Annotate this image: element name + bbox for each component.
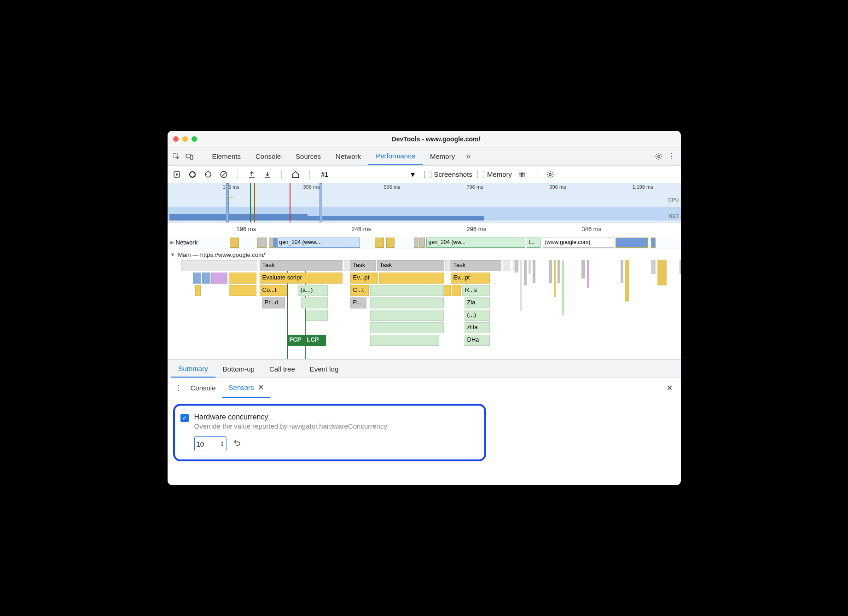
flame-block[interactable] <box>370 310 444 321</box>
network-block[interactable]: (www.google.com) <box>543 238 614 248</box>
flame-block[interactable] <box>301 297 328 308</box>
flame-block[interactable]: Zia <box>465 297 490 308</box>
upload-button[interactable] <box>246 169 257 180</box>
flame-block[interactable] <box>181 260 257 271</box>
record-circle-button[interactable] <box>187 169 198 180</box>
recording-dropdown[interactable]: #1▼ <box>318 169 419 180</box>
flame-block[interactable]: Co...t <box>260 285 287 296</box>
flame-block[interactable] <box>306 310 328 321</box>
flame-block[interactable]: (...) <box>465 310 490 321</box>
stepper-icon[interactable]: ▲▼ <box>221 441 224 447</box>
details-tab-event-log[interactable]: Event log <box>302 360 346 378</box>
network-block[interactable]: gen_204 (ww... <box>426 238 525 248</box>
drawer-more-icon[interactable]: ⋮ <box>173 383 184 394</box>
flame-block[interactable] <box>229 273 256 284</box>
details-tab-call-tree[interactable]: Call tree <box>262 360 302 378</box>
network-block[interactable] <box>616 238 648 248</box>
main-track-header[interactable]: ▼ Main — https://www.google.com/ <box>168 249 681 260</box>
detail-tick: 346 ms <box>582 226 602 232</box>
tab-network[interactable]: Network <box>328 147 368 165</box>
hc-enable-checkbox[interactable]: ✓ <box>180 414 189 422</box>
tab-performance[interactable]: Performance <box>368 147 423 165</box>
flame-block[interactable]: zHa <box>465 322 490 333</box>
details-tab-summary[interactable]: Summary <box>171 360 215 378</box>
memory-checkbox[interactable]: Memory <box>477 170 512 178</box>
flame-block[interactable]: Task <box>451 260 501 271</box>
drawer-tab-console[interactable]: Console <box>184 378 222 398</box>
minimize-button[interactable] <box>182 136 188 142</box>
network-track[interactable]: ▶ Network gen_204 (www.... gen_204 (ww..… <box>168 236 681 249</box>
network-block[interactable] <box>230 238 239 248</box>
garbage-collect-button[interactable] <box>517 169 528 180</box>
disclosure-triangle-icon[interactable]: ▶ <box>170 239 174 245</box>
network-block[interactable]: l... <box>527 238 540 248</box>
reload-button[interactable] <box>203 169 214 180</box>
flame-block[interactable]: R...s <box>462 285 490 296</box>
flame-block[interactable] <box>229 285 256 296</box>
flame-block[interactable] <box>344 260 349 271</box>
network-block[interactable] <box>375 238 384 248</box>
disclosure-triangle-icon[interactable]: ▼ <box>170 252 175 257</box>
close-tab-icon[interactable]: ✕ <box>258 383 264 392</box>
flame-block[interactable] <box>379 273 444 284</box>
network-block[interactable] <box>651 238 656 248</box>
home-button[interactable] <box>290 169 301 180</box>
flame-block[interactable] <box>202 273 210 284</box>
reset-icon[interactable] <box>233 439 241 449</box>
flame-block[interactable]: Task <box>377 260 444 271</box>
flame-block[interactable] <box>444 285 451 296</box>
more-menu-icon[interactable]: ⋮ <box>666 151 677 162</box>
flame-block[interactable] <box>445 260 451 271</box>
flame-block[interactable] <box>452 285 461 296</box>
overview-bracket-left[interactable] <box>226 183 229 222</box>
flame-block[interactable]: (a...) <box>298 285 328 296</box>
tabs-overflow[interactable]: » <box>462 151 474 161</box>
flame-chart[interactable]: Task Task Task Task Evaluate script Ev..… <box>168 260 681 359</box>
flame-block[interactable]: Ev...pt <box>451 273 490 284</box>
flame-block[interactable]: Pr...d <box>262 297 285 308</box>
performance-timeline[interactable]: 196 ms 396 ms 596 ms 796 ms 996 ms 1,196… <box>168 183 681 360</box>
network-block[interactable]: gen_204 (www.... <box>277 238 360 248</box>
network-block[interactable] <box>386 238 395 248</box>
tab-console[interactable]: Console <box>248 147 288 165</box>
network-block[interactable] <box>414 238 418 248</box>
screenshots-checkbox[interactable]: Screenshots <box>424 170 472 178</box>
flame-block[interactable]: Ev...pt <box>350 273 378 284</box>
network-block[interactable] <box>257 238 267 248</box>
tab-elements[interactable]: Elements <box>205 147 249 165</box>
zoom-button[interactable] <box>192 136 197 142</box>
flame-block[interactable] <box>211 273 227 284</box>
flame-block[interactable] <box>195 285 201 296</box>
flame-block[interactable] <box>370 285 444 296</box>
tab-memory[interactable]: Memory <box>423 147 462 165</box>
flame-block[interactable] <box>193 273 201 284</box>
flame-block[interactable]: Evaluate script <box>260 273 343 284</box>
flame-block[interactable]: DHa <box>465 335 490 346</box>
tab-sources[interactable]: Sources <box>288 147 328 165</box>
capture-settings-icon[interactable] <box>545 169 556 180</box>
flame-block[interactable]: P... <box>350 297 366 308</box>
fcp-marker[interactable]: FCP <box>288 335 305 346</box>
network-block[interactable] <box>419 238 425 248</box>
record-button[interactable] <box>171 169 182 180</box>
close-drawer-icon[interactable]: ✕ <box>662 384 677 392</box>
lcp-marker[interactable]: LCP <box>305 335 326 346</box>
flame-block[interactable] <box>503 260 510 271</box>
close-button[interactable] <box>173 136 179 142</box>
hc-number-input[interactable]: 10 ▲▼ <box>194 436 227 451</box>
drawer-tab-sensors[interactable]: Sensors✕ <box>222 378 270 398</box>
overview-pane[interactable]: 196 ms 396 ms 596 ms 796 ms 996 ms 1,196… <box>168 183 681 222</box>
flame-block[interactable] <box>370 335 439 346</box>
flame-block[interactable]: Task <box>260 260 343 271</box>
overview-bracket-right[interactable] <box>319 183 322 222</box>
device-toolbar-icon[interactable] <box>184 151 195 162</box>
clear-button[interactable] <box>218 169 229 180</box>
flame-block[interactable]: Task <box>350 260 376 271</box>
flame-block[interactable] <box>370 322 444 333</box>
flame-block[interactable]: C...t <box>350 285 369 296</box>
details-tab-bottom-up[interactable]: Bottom-up <box>215 360 262 378</box>
inspect-element-icon[interactable] <box>171 151 182 162</box>
download-button[interactable] <box>262 169 273 180</box>
settings-icon[interactable] <box>653 151 664 162</box>
flame-block[interactable] <box>370 297 444 308</box>
